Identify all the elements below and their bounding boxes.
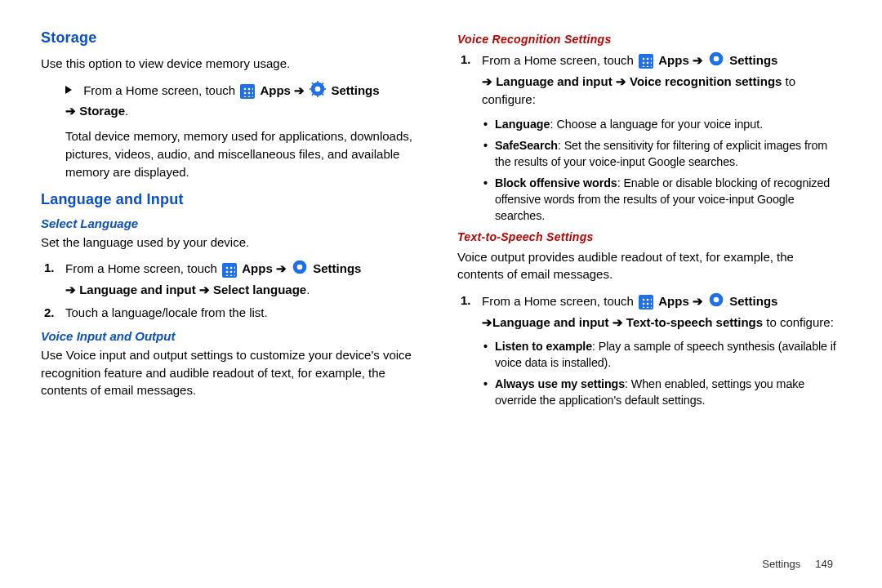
- opt-language: Language: Choose a language for your voi…: [495, 116, 841, 132]
- storage-desc: Total device memory, memory used for app…: [65, 127, 425, 180]
- opt-safesearch: SafeSearch: Set the sensitivity for filt…: [495, 137, 841, 170]
- step2-text: Touch a language/locale from the list.: [65, 305, 268, 319]
- opt-block-offensive: Block offensive words: Enable or disable…: [495, 175, 841, 224]
- left-column: Storage Use this option to view device m…: [41, 29, 425, 415]
- tts-options: Listen to example: Play a sample of spee…: [457, 338, 841, 408]
- step-2: 2. Touch a language/locale from the list…: [65, 304, 425, 323]
- apps-icon: [240, 84, 255, 99]
- opt-key: Listen to example: [495, 340, 592, 353]
- period: .: [125, 104, 128, 118]
- subheading-tts: Text-to-Speech Settings: [457, 230, 841, 243]
- settings-label: Settings: [331, 83, 379, 97]
- opt-val: : Choose a language for your voice input…: [550, 118, 764, 131]
- subheading-select-language: Select Language: [41, 216, 425, 230]
- apps-icon: [639, 295, 653, 310]
- tts-path: ➔Language and input ➔ Text-to-speech set…: [482, 315, 763, 329]
- opt-key: Always use my settings: [495, 377, 625, 390]
- right-column: Voice Recognition Settings 1. From a Hom…: [457, 29, 841, 415]
- opt-key: SafeSearch: [495, 139, 558, 152]
- opt-always-use: Always use my settings: When enabled, se…: [495, 376, 841, 408]
- to-configure: to configure:: [763, 315, 834, 329]
- footer-section: Settings: [762, 558, 800, 570]
- svg-point-11: [297, 265, 303, 270]
- tts-steps: 1. From a Home screen, touch Apps ➔ Sett…: [457, 292, 841, 332]
- storage-steps: From a Home screen, touch Apps ➔ Setting…: [41, 81, 425, 181]
- vrs-step-1: 1. From a Home screen, touch Apps ➔ Sett…: [482, 51, 841, 109]
- opt-key: Language: [495, 118, 550, 131]
- tts-step-1: 1. From a Home screen, touch Apps ➔ Sett…: [482, 292, 841, 332]
- opt-listen-example: Listen to example: Play a sample of spee…: [495, 338, 841, 371]
- subheading-voice-io: Voice Input and Output: [41, 329, 425, 343]
- svg-point-1: [315, 86, 321, 91]
- storage-step-line: From a Home screen, touch Apps ➔ Setting…: [65, 81, 425, 120]
- arrow-1: ➔: [294, 83, 305, 97]
- step-number: 1.: [461, 51, 471, 69]
- arrow-4: ➔: [693, 294, 703, 308]
- vrs-path: ➔ Language and input ➔ Voice recognition…: [482, 74, 782, 88]
- arrow-3: ➔: [693, 53, 703, 67]
- subheading-voice-recognition: Voice Recognition Settings: [457, 33, 841, 46]
- step1-path: ➔ Language and input ➔ Select language: [65, 283, 306, 296]
- svg-rect-5: [323, 88, 326, 90]
- svg-rect-3: [317, 94, 318, 96]
- settings-label: Settings: [729, 294, 777, 308]
- apps-label: Apps: [658, 294, 689, 308]
- heading-storage: Storage: [41, 29, 425, 47]
- footer-page-number: 149: [815, 558, 833, 570]
- settings-icon: [708, 292, 724, 314]
- select-language-intro: Set the language used by your device.: [41, 234, 425, 252]
- settings-label: Settings: [729, 53, 777, 67]
- svg-rect-2: [317, 81, 318, 83]
- from-home-text: From a Home screen, touch: [83, 83, 235, 97]
- settings-icon: [292, 259, 308, 281]
- apps-icon: [639, 54, 653, 69]
- triangle-bullet-icon: [65, 86, 72, 94]
- svg-point-15: [714, 297, 719, 303]
- step1-text: From a Home screen, touch: [65, 261, 217, 275]
- apps-label: Apps: [260, 83, 291, 97]
- settings-icon: [310, 81, 326, 102]
- select-language-steps: 1. From a Home screen, touch Apps ➔ Sett…: [41, 259, 425, 323]
- settings-icon: [708, 51, 724, 73]
- vrs-options: Language: Choose a language for your voi…: [457, 116, 841, 224]
- step-1: 1. From a Home screen, touch Apps ➔ Sett…: [65, 259, 425, 299]
- storage-path: ➔ Storage: [65, 104, 125, 118]
- tts-intro: Voice output provides audible readout of…: [457, 248, 841, 284]
- vrs-steps: 1. From a Home screen, touch Apps ➔ Sett…: [457, 51, 841, 109]
- svg-point-13: [714, 56, 719, 62]
- arrow-2: ➔: [276, 261, 287, 275]
- period: .: [306, 283, 310, 296]
- step-number: 1.: [44, 259, 55, 278]
- settings-label: Settings: [313, 261, 361, 275]
- storage-intro: Use this option to view device memory us…: [41, 55, 425, 73]
- svg-rect-4: [310, 88, 312, 90]
- apps-label: Apps: [242, 261, 273, 275]
- step-number: 2.: [44, 304, 55, 323]
- vrs-step1-text: From a Home screen, touch: [482, 53, 634, 67]
- apps-icon: [222, 263, 237, 278]
- opt-key: Block offensive words: [495, 176, 617, 189]
- page-footer: Settings 149: [762, 558, 833, 570]
- apps-label: Apps: [658, 53, 689, 67]
- heading-language-input: Language and Input: [41, 191, 425, 208]
- voice-io-desc: Use Voice input and output settings to c…: [41, 346, 425, 399]
- step-number: 1.: [461, 292, 471, 310]
- tts-step1-text: From a Home screen, touch: [482, 294, 634, 308]
